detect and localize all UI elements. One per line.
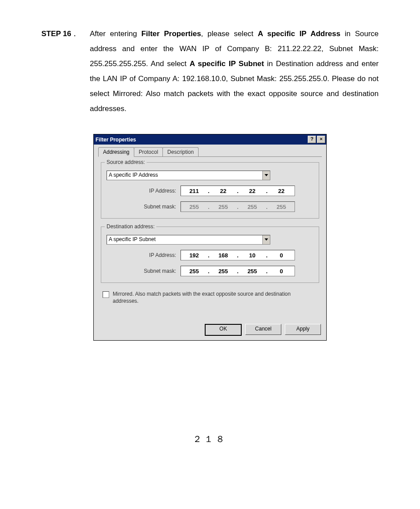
- bold-filter-properties: Filter Properties: [141, 30, 201, 38]
- ip-octet[interactable]: 0: [268, 252, 295, 259]
- destination-address-group: Destination address: A specific IP Subne…: [101, 227, 319, 283]
- svg-marker-0: [265, 174, 268, 176]
- bold-specific-ip-address: A specific IP Address: [258, 30, 340, 38]
- mask-octet: 255: [210, 204, 236, 210]
- close-button[interactable]: ×: [317, 136, 325, 143]
- step-label: STEP 16﹒: [41, 26, 90, 41]
- source-mask-input: 255. 255. 255. 255: [181, 201, 295, 212]
- destination-mask-input[interactable]: 255. 255. 255. 0: [181, 266, 295, 276]
- dialog-title: Filter Properties: [96, 137, 307, 143]
- source-type-value: A specific IP Address: [107, 171, 262, 180]
- destination-legend: Destination address:: [105, 223, 156, 230]
- chevron-down-icon[interactable]: [262, 235, 270, 244]
- source-ip-label: IP Address:: [107, 188, 181, 194]
- apply-button[interactable]: Apply: [285, 324, 321, 335]
- mask-octet: 255: [181, 204, 207, 210]
- mirrored-checkbox[interactable]: [103, 291, 109, 298]
- svg-marker-1: [265, 238, 268, 241]
- source-ip-input[interactable]: 211. 22. 22. 22: [181, 186, 295, 196]
- ip-octet[interactable]: 192: [181, 252, 207, 259]
- mask-octet[interactable]: 255: [181, 268, 207, 275]
- mask-octet[interactable]: 255: [239, 268, 265, 275]
- step-paragraph: STEP 16﹒ After entering Filter Propertie…: [41, 26, 379, 116]
- source-mask-label: Subnet mask:: [107, 204, 181, 210]
- tab-description[interactable]: Description: [162, 147, 199, 156]
- step-body: After entering Filter Properties, please…: [90, 26, 379, 116]
- source-address-group: Source address: A specific IP Address IP…: [101, 162, 319, 219]
- destination-ip-label: IP Address:: [107, 252, 181, 258]
- cancel-button[interactable]: Cancel: [245, 324, 281, 335]
- destination-type-value: A specific IP Subnet: [107, 235, 262, 244]
- mask-octet: 255: [239, 204, 265, 210]
- ip-octet[interactable]: 168: [210, 252, 236, 259]
- page-number: ２１８: [41, 433, 379, 445]
- destination-ip-input[interactable]: 192. 168. 10. 0: [181, 250, 295, 260]
- mask-octet[interactable]: 255: [210, 268, 236, 275]
- bold-specific-ip-subnet: A specific IP Subnet: [190, 59, 264, 68]
- ip-octet[interactable]: 22: [268, 188, 295, 194]
- tab-addressing[interactable]: Addressing: [98, 147, 134, 157]
- titlebar: Filter Properties ? ×: [94, 134, 326, 145]
- destination-type-combo[interactable]: A specific IP Subnet: [107, 235, 270, 245]
- filter-properties-dialog: Filter Properties ? × Addressing Protoco…: [93, 134, 327, 341]
- source-legend: Source address:: [105, 159, 147, 165]
- ip-octet[interactable]: 22: [239, 188, 265, 194]
- ok-button[interactable]: OK: [205, 324, 242, 336]
- mirrored-label: Mirrored. Also match packets with the ex…: [113, 291, 317, 305]
- ip-octet[interactable]: 10: [239, 252, 265, 259]
- chevron-down-icon[interactable]: [262, 171, 270, 180]
- source-type-combo[interactable]: A specific IP Address: [107, 171, 270, 180]
- ip-octet[interactable]: 211: [181, 188, 207, 194]
- tab-protocol[interactable]: Protocol: [134, 147, 163, 156]
- text: After entering: [90, 30, 141, 38]
- tab-strip: Addressing Protocol Description: [98, 147, 322, 157]
- mask-octet[interactable]: 0: [268, 268, 295, 275]
- text: , please select: [201, 30, 258, 38]
- mask-octet: 255: [268, 204, 295, 210]
- ip-octet[interactable]: 22: [210, 188, 236, 194]
- destination-mask-label: Subnet mask:: [107, 268, 181, 274]
- help-button[interactable]: ?: [308, 136, 316, 143]
